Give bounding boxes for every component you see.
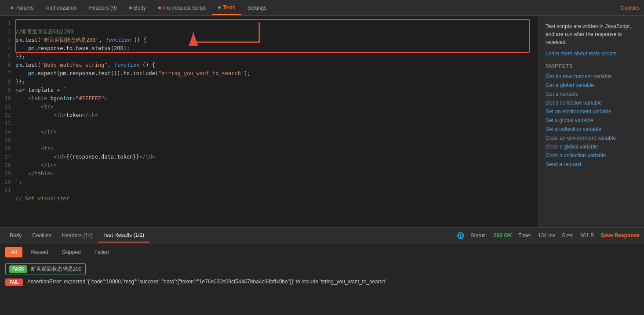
filter-skipped[interactable]: Skipped (56, 247, 86, 257)
snippet-set-global[interactable]: Set a global variable (546, 116, 637, 125)
save-response-button[interactable]: Save Response (600, 232, 640, 239)
params-dot (11, 7, 13, 9)
snippet-clear-env[interactable]: Clear an environment variable (546, 134, 637, 142)
status-label: Status: (471, 232, 487, 239)
cookies-link[interactable]: Cookies (621, 5, 640, 11)
tab-body[interactable]: Body (123, 1, 152, 14)
snippet-get-global[interactable]: Get a global variable (546, 81, 637, 90)
code-content[interactable]: //断言返回状态码是200 pm.test("断言返回状态码是200", fun… (15, 16, 538, 227)
tab-params[interactable]: Params (4, 1, 40, 14)
snippet-get-variable[interactable]: Get a variable (546, 90, 637, 98)
tab-authorization[interactable]: Authorization (40, 1, 83, 14)
tab-bottom-body[interactable]: Body (4, 229, 27, 242)
body-dot (129, 7, 132, 9)
top-tab-bar: Params Authorization Headers (9) Body Pr… (0, 0, 644, 16)
tab-tests[interactable]: Tests (212, 1, 241, 15)
tab-prerequest[interactable]: Pre-request Script (152, 1, 212, 14)
code-editor[interactable]: 12345 678910 1112131415 1617181920 21 //… (0, 16, 538, 227)
time-value: 134 ms (538, 232, 555, 239)
snippet-send-request[interactable]: Send a request (546, 160, 637, 169)
bottom-tab-bar: Body Cookies Headers (14) Test Results (… (0, 228, 644, 243)
filter-all[interactable]: All (5, 247, 22, 257)
status-bar: 🌐 Status: 200 OK Time: 134 ms Size: 661 … (457, 232, 640, 239)
globe-icon: 🌐 (457, 232, 464, 239)
snippet-set-collection[interactable]: Set a collection variable (546, 125, 637, 134)
snippet-set-env[interactable]: Set an environment variable (546, 107, 637, 116)
learn-more-link[interactable]: Learn more about tests scripts (546, 51, 616, 57)
main-content: 12345 678910 1112131415 1617181920 21 //… (0, 16, 644, 227)
tab-settings[interactable]: Settings (241, 1, 273, 14)
test-result-fail-row: FAIL AssertionError: expected '{"code":1… (5, 279, 639, 286)
snippets-title: SNIPPETS (546, 63, 637, 69)
filter-failed[interactable]: Failed (89, 247, 115, 257)
prerequest-dot (158, 7, 161, 9)
tab-headers[interactable]: Headers (9) (83, 1, 123, 14)
test-name-fail: AssertionError: expected '{"code":10000,… (27, 279, 386, 285)
size-value: 661 B (580, 232, 594, 239)
filter-tab-bar: All Passed Skipped Failed (0, 243, 644, 261)
tests-dot (218, 6, 221, 9)
sidebar-info-text: Test scripts are written in JavaScript, … (546, 22, 637, 46)
badge-fail: FAIL (5, 279, 23, 286)
size-label: Size: (562, 232, 574, 239)
right-sidebar: Test scripts are written in JavaScript, … (538, 16, 644, 227)
test-results-list: PASS 断言返回状态码是200 FAIL AssertionError: ex… (0, 261, 644, 315)
line-numbers: 12345 678910 1112131415 1617181920 21 (0, 16, 15, 227)
test-result-pass-row: PASS 断言返回状态码是200 (5, 263, 639, 275)
snippet-get-collection[interactable]: Get a collection variable (546, 98, 637, 107)
tab-bottom-test-results[interactable]: Test Results (1/2) (98, 228, 149, 243)
badge-pass: PASS (9, 265, 27, 273)
snippet-clear-collection[interactable]: Clear a collection variable (546, 151, 637, 160)
tab-bottom-headers[interactable]: Headers (14) (57, 229, 98, 242)
test-name-pass: 断言返回状态码是200 (31, 265, 82, 273)
bottom-panel: Body Cookies Headers (14) Test Results (… (0, 227, 644, 315)
tab-bottom-cookies[interactable]: Cookies (27, 229, 56, 242)
snippet-clear-global[interactable]: Clear a global variable (546, 142, 637, 151)
filter-passed[interactable]: Passed (25, 247, 54, 257)
status-value: 200 OK (494, 232, 512, 239)
snippet-get-env[interactable]: Get an environment variable (546, 72, 637, 81)
time-label: Time: (518, 232, 531, 239)
pass-row-container: PASS 断言返回状态码是200 (5, 263, 86, 275)
